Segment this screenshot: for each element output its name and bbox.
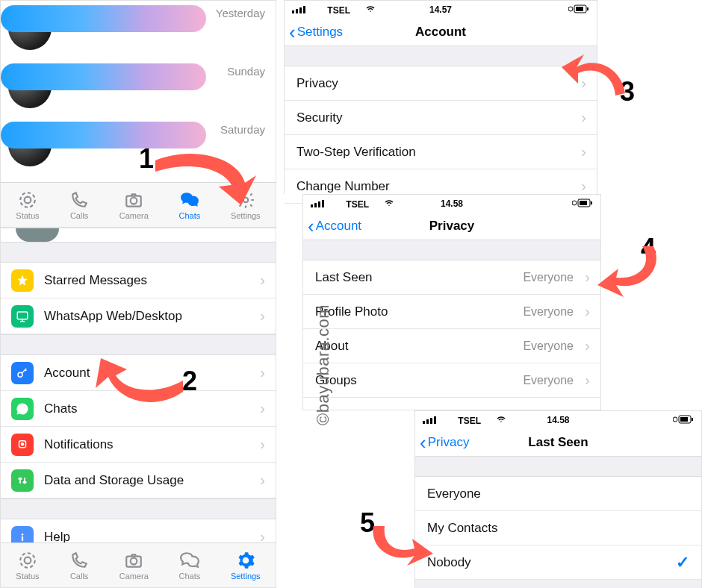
navbar: ‹ Privacy Last Seen [415, 429, 701, 456]
profile-avatar[interactable] [16, 228, 59, 242]
svg-rect-33 [430, 418, 432, 424]
svg-rect-37 [692, 418, 693, 421]
row-privacy[interactable]: Privacy › [285, 66, 597, 101]
back-button[interactable]: ‹ Privacy [420, 433, 469, 452]
svg-point-14 [131, 557, 137, 564]
tab-status[interactable]: Status [16, 551, 39, 581]
row-label: Chats [44, 401, 77, 416]
row-starred-messages[interactable]: Starred Messages › [1, 263, 276, 298]
section-gap [415, 456, 701, 477]
svg-rect-26 [322, 200, 324, 207]
svg-rect-21 [587, 7, 588, 10]
battery-icon [568, 4, 589, 16]
signal-icon: TSEL [292, 4, 385, 16]
row-web-desktop[interactable]: WhatsApp Web/Desktop › [1, 298, 276, 334]
back-button[interactable]: ‹ Account [308, 216, 361, 236]
tab-label: Settings [231, 572, 261, 581]
chat-time: Saturday [220, 123, 265, 136]
clock-label: 14.58 [441, 198, 463, 209]
tab-status[interactable]: Status [16, 190, 39, 220]
option-everyone[interactable]: Everyone [415, 477, 701, 511]
svg-rect-5 [17, 312, 28, 319]
row-security[interactable]: Security › [285, 101, 597, 135]
carrier-label: TSEL [346, 199, 368, 210]
check-icon: ✓ [676, 553, 689, 572]
row-data-storage[interactable]: Data and Storage Usage › [1, 463, 276, 498]
tab-settings[interactable]: Settings [231, 551, 261, 581]
row-last-seen[interactable]: Last Seen Everyone › [303, 260, 600, 295]
svg-rect-15 [292, 10, 294, 13]
row-value: Everyone [523, 305, 574, 319]
svg-point-11 [20, 553, 35, 568]
tab-camera[interactable]: Camera [119, 190, 149, 220]
updown-arrow-icon [11, 469, 34, 492]
svg-point-8 [22, 442, 24, 445]
option-my-contacts[interactable]: My Contacts [415, 511, 701, 545]
tab-chats[interactable]: Chats [179, 551, 201, 581]
back-button[interactable]: ‹ Settings [289, 22, 343, 42]
page-title: Account [415, 25, 466, 40]
section-gap [1, 242, 276, 263]
row-label: Starred Messages [44, 273, 147, 288]
svg-point-3 [131, 197, 137, 204]
status-icon [18, 551, 37, 570]
chevron-right-icon: › [585, 303, 590, 320]
chevron-right-icon: › [260, 272, 265, 289]
tutorial-arrow-5 [366, 522, 433, 567]
row-label: Two-Step Verification [296, 145, 416, 160]
row-groups[interactable]: Groups Everyone › [303, 363, 600, 398]
svg-rect-29 [591, 201, 592, 204]
tab-label: Status [16, 211, 39, 220]
svg-rect-17 [299, 7, 302, 13]
svg-rect-10 [22, 536, 23, 541]
row-value: Everyone [523, 271, 574, 284]
svg-point-9 [22, 533, 24, 535]
tab-label: Chats [179, 572, 201, 581]
row-label: Data and Storage Usage [44, 473, 184, 488]
chevron-left-icon: ‹ [308, 216, 314, 236]
chevron-left-icon: ‹ [289, 22, 296, 42]
back-label: Account [316, 219, 361, 234]
chevron-right-icon: › [581, 178, 586, 195]
tab-label: Status [16, 572, 39, 581]
privacy-panel: TSEL 14.58 ‹ Account Privacy Last Seen E… [302, 194, 601, 410]
chat-row[interactable]: Sunday [1, 59, 276, 117]
row-about[interactable]: About Everyone › [303, 329, 600, 363]
page-title: Privacy [429, 219, 475, 234]
section-gap [1, 498, 276, 519]
gear-icon [236, 551, 255, 570]
svg-rect-36 [680, 417, 688, 422]
chevron-left-icon: ‹ [420, 433, 426, 452]
option-nobody[interactable]: Nobody ✓ [415, 545, 701, 580]
wifi-icon [355, 5, 385, 16]
svg-rect-31 [423, 421, 425, 424]
carrier-label: TSEL [458, 416, 480, 426]
chevron-right-icon: › [585, 269, 590, 286]
tab-label: Camera [119, 572, 149, 581]
chevron-right-icon: › [585, 337, 590, 354]
camera-icon [124, 551, 143, 570]
row-notifications[interactable]: Notifications › [1, 427, 276, 463]
chat-bubble-icon [180, 551, 199, 570]
navbar: ‹ Settings Account [285, 19, 597, 46]
camera-icon [124, 190, 143, 210]
section-gap [285, 46, 597, 66]
row-label: WhatsApp Web/Desktop [44, 309, 182, 324]
tab-label: Settings [231, 211, 261, 220]
svg-rect-28 [580, 201, 587, 205]
phone-icon [69, 190, 89, 210]
tutorial-arrow-2 [90, 358, 187, 410]
tab-camera[interactable]: Camera [119, 551, 149, 581]
row-two-step[interactable]: Two-Step Verification › [285, 135, 597, 169]
tab-label: Camera [119, 211, 149, 220]
svg-point-1 [25, 196, 31, 203]
whatsapp-icon [11, 398, 34, 420]
tab-calls[interactable]: Calls [69, 551, 89, 581]
row-profile-photo[interactable]: Profile Photo Everyone › [303, 295, 600, 329]
tab-calls[interactable]: Calls [69, 190, 89, 220]
back-label: Privacy [428, 435, 470, 450]
svg-rect-24 [314, 203, 317, 207]
carrier-label: TSEL [327, 5, 350, 16]
chat-row[interactable]: Yesterday [1, 1, 276, 59]
star-icon [11, 269, 34, 292]
